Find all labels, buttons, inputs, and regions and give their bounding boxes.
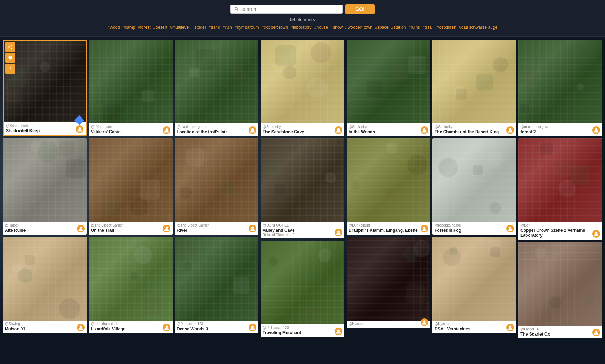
card-footer: @Richardam123Traveling Merchant — [261, 324, 344, 337]
map-thumbnail — [3, 138, 87, 222]
tag-link[interactable]: #sand — [209, 25, 220, 30]
svg-point-2 — [79, 127, 81, 129]
avatar — [335, 328, 342, 335]
svg-point-20 — [337, 231, 340, 233]
card-title: forest 2 — [520, 129, 600, 134]
avatar — [592, 230, 600, 238]
map-card[interactable]: @rebekka.haindlLizardfolk Village — [89, 237, 173, 333]
map-card[interactable]: @The Closet GamerOn the Trail — [89, 138, 173, 235]
card-footer: @SnakeobichShadowfell Keep — [4, 122, 86, 135]
map-card[interactable]: @RatockAlte Ruine — [3, 138, 87, 235]
map-card[interactable]: @SpelunkyThe Sandstone Cave — [261, 40, 344, 136]
avatar — [163, 126, 170, 134]
svg-point-4 — [11, 48, 12, 49]
card-author: @DGNFOGTILL — [263, 223, 342, 227]
map-card[interactable]: @FrodoFHUThe Scarlet Ox — [518, 242, 602, 338]
grid-col-2: @maximebergeracLocation of the troll's l… — [175, 40, 258, 333]
tag-link[interactable]: #ruins — [409, 25, 420, 30]
map-card[interactable]: @DunkelbuntDraupnirs Klamm, Eingang, Ebe… — [347, 138, 430, 235]
map-thumbnail — [261, 138, 344, 222]
card-footer: @FrodoFHUThe Scarlet Ox — [518, 326, 602, 338]
card-footer: @RatockAlte Ruine — [3, 222, 87, 235]
map-card[interactable]: @Richardam123Traveling Merchant — [261, 241, 344, 337]
tag-link[interactable]: #camp — [122, 25, 135, 30]
avatar — [592, 329, 600, 336]
card-footer: @SpelunkyIn the Woods — [347, 123, 430, 136]
map-card[interactable]: @SuwingMaison 01 — [3, 237, 87, 333]
go-button[interactable]: GO! — [345, 4, 374, 14]
map-thumbnail — [261, 40, 344, 123]
card-title: Shadowfell Keep — [6, 128, 83, 133]
avatar — [506, 324, 514, 331]
grid-col-1: @eXaminatorVekkers' Cabin@The Closet Gam… — [89, 40, 173, 333]
card-title: Dense Woods 3 — [177, 326, 256, 331]
tag-link[interactable]: #laboratory — [290, 25, 311, 30]
map-thumbnail — [261, 241, 344, 324]
map-card[interactable]: @rebekka.haindlForest in Fog — [432, 138, 516, 235]
svg-point-27 — [509, 325, 511, 328]
map-thumbnail — [518, 40, 602, 123]
map-card[interactable]: @maximebergeracLocation of the troll's l… — [175, 40, 258, 136]
search-input-wrap — [230, 5, 343, 14]
share-button[interactable] — [5, 42, 15, 52]
tag-link[interactable]: #snow — [331, 25, 343, 30]
favorite-button[interactable] — [5, 53, 15, 63]
search-input[interactable] — [241, 6, 339, 12]
tag-link[interactable]: #symbaroum — [235, 25, 259, 30]
tag-link[interactable]: #station — [391, 25, 406, 30]
map-card[interactable]: @KjaskarDSA - Verstecktes — [432, 237, 516, 333]
card-footer: @SpelunkyThe Sandstone Cave — [261, 123, 344, 136]
card-author: @rebekka.haindl — [91, 322, 170, 326]
tag-link[interactable]: #wooden town — [345, 25, 372, 30]
svg-point-11 — [80, 227, 82, 229]
tag-link[interactable]: #das schwarze auge — [459, 25, 497, 30]
card-author: @Spelunky — [263, 125, 342, 129]
map-card[interactable]: @Richardam123Dense Woods 3 — [175, 237, 258, 333]
card-title: River — [177, 228, 256, 233]
card-title: Valley and Cave — [263, 228, 342, 233]
grid-col-5: @SpelunkyThe Chamber of the Desert King@… — [432, 40, 516, 333]
map-thumbnail — [432, 138, 516, 222]
map-thumbnail — [347, 138, 430, 222]
map-card[interactable]: @eXaminatorVekkers' Cabin — [89, 40, 173, 136]
tag-link[interactable]: #spider — [192, 25, 206, 30]
map-thumbnail — [432, 237, 516, 321]
map-card[interactable]: @The Closet GamerRiver — [175, 138, 258, 235]
tag-link[interactable]: #desert — [153, 25, 167, 30]
card-footer: @Kjaskar — [347, 321, 430, 328]
map-card[interactable]: @SpelunkyThe Chamber of the Desert King — [432, 40, 516, 136]
card-title: Maison 01 — [5, 326, 85, 331]
tag-link[interactable]: #wood — [108, 25, 120, 30]
tag-link[interactable]: #forest — [138, 25, 151, 30]
svg-point-0 — [235, 7, 237, 10]
tag-link[interactable]: #space — [375, 25, 389, 30]
tag-link[interactable]: #frostklirren — [434, 25, 456, 30]
tag-link[interactable]: #coppercrown — [262, 25, 288, 30]
avatar — [249, 126, 256, 134]
more-button[interactable] — [5, 64, 15, 74]
card-author: @Suwing — [5, 322, 85, 326]
card-title: The Sandstone Cave — [263, 129, 342, 134]
svg-point-10 — [10, 70, 11, 70]
card-author: @Richardam123 — [177, 322, 256, 326]
card-title: Copper Crown Szene 2 Vernams Laboratory — [520, 228, 600, 238]
tag-link[interactable]: #ruin — [223, 25, 232, 30]
card-author: @maximebergerac — [520, 125, 600, 129]
map-card[interactable]: @maximebergeracforest 2 — [518, 40, 602, 136]
card-author: @Spelunky — [435, 125, 514, 129]
card-author: @Spelunky — [349, 125, 428, 129]
map-card[interactable]: @Bori_Copper Crown Szene 2 Vernams Labor… — [518, 138, 602, 240]
tag-link[interactable]: #multilevel — [170, 25, 190, 30]
tag-link[interactable]: #dsa — [423, 25, 432, 30]
svg-point-19 — [337, 128, 340, 130]
map-card[interactable]: @DGNFOGTILLValley and CaveRelated Elemen… — [261, 138, 344, 238]
avatar — [163, 324, 170, 331]
svg-point-29 — [595, 232, 597, 234]
tag-link[interactable]: #house — [314, 25, 328, 30]
map-card[interactable]: @SnakeobichShadowfell Keep — [3, 40, 87, 136]
map-thumbnail — [175, 138, 258, 222]
map-card[interactable]: @SpelunkyIn the Woods — [347, 40, 430, 136]
avatar — [77, 324, 85, 331]
card-author: @rebekka.haindl — [435, 223, 514, 227]
map-card[interactable]: @Kjaskar — [347, 237, 430, 328]
